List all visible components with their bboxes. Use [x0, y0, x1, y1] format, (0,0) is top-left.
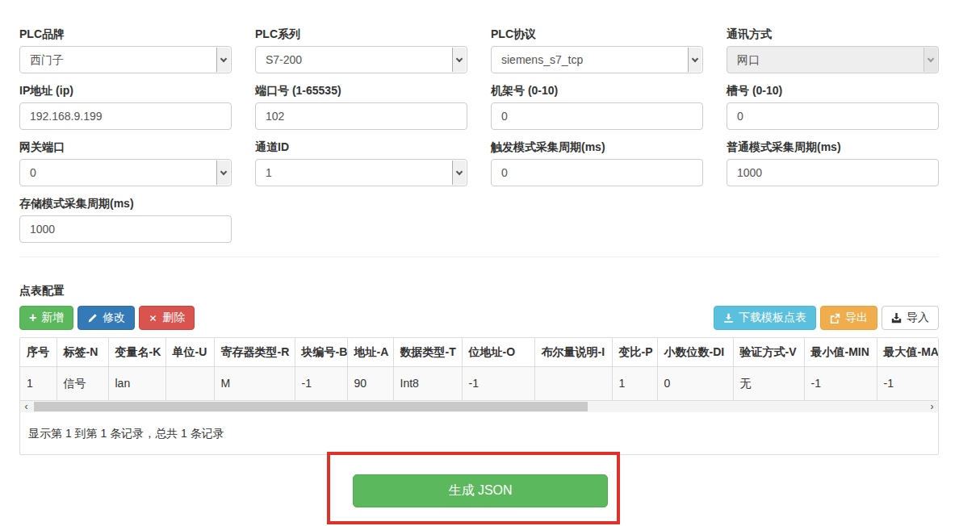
field-plc-series: PLC系列 S7-200 — [255, 27, 467, 73]
scroll-left-arrow-icon[interactable]: ‹ — [20, 401, 32, 412]
chevron-down-icon — [452, 48, 466, 72]
gateway-port-label: 网关端口 — [19, 140, 232, 153]
plc-protocol-label: PLC协议 — [491, 27, 703, 40]
ip-address-input[interactable] — [19, 102, 232, 130]
comm-method-select: 网口 — [727, 46, 939, 73]
cell-tag: 信号 — [57, 367, 108, 401]
plus-icon: + — [29, 311, 36, 324]
comm-method-label: 通讯方式 — [727, 27, 939, 40]
section-divider — [19, 257, 939, 257]
normal-cycle-input[interactable] — [727, 159, 939, 186]
chevron-down-icon — [216, 48, 230, 72]
field-plc-brand: PLC品牌 西门子 — [19, 27, 232, 73]
col-address: 地址-A — [347, 338, 393, 367]
col-data-type: 数据类型-T — [393, 338, 462, 367]
gateway-port-value: 0 — [30, 165, 36, 181]
trigger-cycle-input[interactable] — [491, 159, 703, 186]
cell-ratio: 1 — [612, 367, 657, 401]
col-tag: 标签-N — [57, 338, 108, 367]
table-row[interactable]: 1 信号 lan M -1 90 Int8 -1 1 0 无 -1 — [20, 367, 938, 401]
point-table-title: 点表配置 — [19, 284, 939, 297]
scrollbar-thumb[interactable] — [34, 402, 588, 411]
field-plc-protocol: PLC协议 siemens_s7_tcp — [491, 27, 703, 73]
generate-json-button[interactable]: 生成 JSON — [353, 474, 608, 507]
field-slot-no: 槽号 (0-10) — [727, 84, 939, 130]
slot-no-label: 槽号 (0-10) — [727, 84, 939, 97]
download-template-button[interactable]: 下载模板点表 — [714, 306, 816, 330]
plc-series-select[interactable]: S7-200 — [255, 46, 467, 73]
scrollbar-track[interactable] — [32, 401, 926, 412]
cell-decimals: 0 — [657, 367, 733, 401]
plc-config-form: PLC品牌 西门子 PLC系列 S7-200 PLC协议 siemens_s7_… — [19, 27, 939, 253]
gateway-port-select[interactable]: 0 — [19, 159, 232, 186]
cell-bool-desc — [534, 367, 612, 401]
col-bit-address: 位地址-O — [462, 338, 534, 367]
plc-series-value: S7-200 — [266, 52, 302, 68]
cell-max: -1 — [877, 367, 938, 401]
cell-data-type: Int8 — [393, 367, 462, 401]
scroll-right-arrow-icon[interactable]: › — [926, 401, 938, 412]
pencil-icon — [87, 313, 98, 324]
add-button[interactable]: + 新增 — [19, 306, 73, 330]
port-label: 端口号 (1-65535) — [255, 84, 467, 97]
cell-varname: lan — [108, 367, 165, 401]
horizontal-scrollbar[interactable]: ‹ › — [20, 401, 938, 412]
channel-id-select[interactable]: 1 — [255, 159, 467, 186]
col-unit: 单位-U — [165, 338, 214, 367]
pagination-info: 显示第 1 到第 1 条记录，总共 1 条记录 — [20, 412, 938, 454]
footer-area: 生成 JSON — [0, 455, 980, 526]
table-header-row: 序号 标签-N 变量名-K 单位-U 寄存器类型-R 块编号-B 地址-A 数据… — [20, 338, 938, 367]
col-bool-desc: 布尔量说明-I — [534, 338, 612, 367]
field-comm-method: 通讯方式 网口 — [727, 27, 939, 73]
rack-no-input[interactable] — [491, 102, 703, 130]
point-table-toolbar: + 新增 修改 删除 下载模板点表 导出 — [19, 306, 939, 330]
edit-button[interactable]: 修改 — [77, 306, 135, 330]
export-icon — [830, 313, 840, 324]
field-gateway-port: 网关端口 0 — [19, 140, 232, 186]
point-table: 序号 标签-N 变量名-K 单位-U 寄存器类型-R 块编号-B 地址-A 数据… — [20, 338, 938, 401]
trigger-cycle-label: 触发模式采集周期(ms) — [491, 140, 703, 153]
storage-cycle-input[interactable] — [19, 215, 232, 243]
plc-brand-select[interactable]: 西门子 — [19, 46, 232, 73]
cell-verify: 无 — [733, 367, 804, 401]
import-button[interactable]: 导入 — [882, 306, 939, 330]
cell-unit — [165, 367, 214, 401]
point-table-container: 序号 标签-N 变量名-K 单位-U 寄存器类型-R 块编号-B 地址-A 数据… — [19, 337, 939, 455]
field-normal-cycle: 普通模式采集周期(ms) — [727, 140, 939, 186]
cell-address: 90 — [347, 367, 393, 401]
slot-no-input[interactable] — [727, 102, 939, 130]
field-trigger-cycle: 触发模式采集周期(ms) — [491, 140, 703, 186]
col-register-type: 寄存器类型-R — [214, 338, 295, 367]
col-decimals: 小数位数-DI — [657, 338, 733, 367]
comm-method-value: 网口 — [737, 52, 760, 68]
normal-cycle-label: 普通模式采集周期(ms) — [727, 140, 939, 153]
export-button[interactable]: 导出 — [820, 306, 877, 330]
table-clip-area: 序号 标签-N 变量名-K 单位-U 寄存器类型-R 块编号-B 地址-A 数据… — [20, 338, 938, 401]
chevron-down-icon — [452, 161, 466, 185]
field-storage-cycle: 存储模式采集周期(ms) — [19, 197, 232, 243]
chevron-down-icon — [688, 48, 701, 72]
cell-register-type: M — [214, 367, 295, 401]
field-port: 端口号 (1-65535) — [255, 84, 467, 130]
col-ratio: 变比-P — [612, 338, 657, 367]
x-icon — [149, 314, 157, 323]
plc-series-label: PLC系列 — [255, 27, 467, 40]
col-block-no: 块编号-B — [295, 338, 347, 367]
field-channel-id: 通道ID 1 — [255, 140, 467, 186]
plc-protocol-select[interactable]: siemens_s7_tcp — [491, 46, 703, 73]
delete-button[interactable]: 删除 — [139, 306, 195, 330]
chevron-down-icon — [216, 161, 230, 185]
download-icon — [723, 313, 734, 324]
download-template-label: 下载模板点表 — [739, 311, 806, 325]
delete-button-label: 删除 — [162, 311, 185, 325]
cell-bit-address: -1 — [462, 367, 534, 401]
export-button-label: 导出 — [845, 311, 868, 325]
col-min: 最小值-MIN — [804, 338, 877, 367]
cell-min: -1 — [804, 367, 877, 401]
plc-brand-value: 西门子 — [30, 52, 64, 68]
cell-index: 1 — [20, 367, 57, 401]
col-max: 最大值-MAX — [877, 338, 938, 367]
port-input[interactable] — [255, 102, 467, 130]
field-ip-address: IP地址 (ip) — [19, 84, 232, 130]
field-rack-no: 机架号 (0-10) — [491, 84, 703, 130]
